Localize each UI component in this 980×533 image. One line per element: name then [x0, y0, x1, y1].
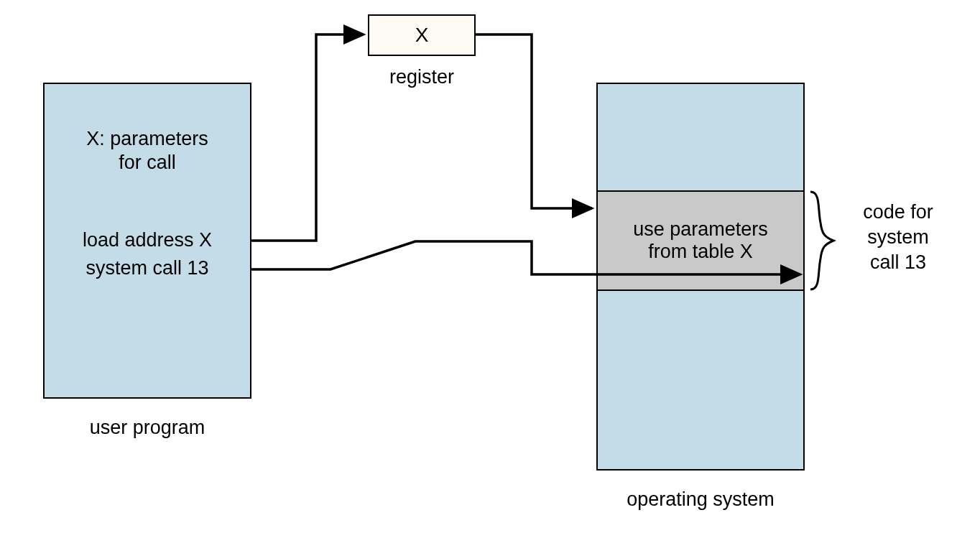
syscall-diagram: X: parameters for call load address X sy…: [0, 0, 980, 533]
code-for-syscall-line2: system: [841, 226, 956, 249]
brace-icon: [810, 192, 833, 289]
user-program-params-line1: X: parameters: [43, 128, 251, 150]
os-segment-line1: use parameters: [633, 218, 768, 241]
user-program-syscall-line: system call 13: [43, 257, 251, 279]
register-label: register: [368, 66, 476, 88]
arrow-load-to-register: [251, 34, 364, 241]
user-program-params-line2: for call: [43, 152, 251, 174]
user-program-load-line: load address X: [43, 229, 251, 251]
arrow-register-to-os: [476, 34, 592, 208]
os-segment-line2: from table X: [648, 241, 753, 263]
os-syscall-segment: use parameters from table X: [596, 190, 805, 291]
register-box: X: [368, 14, 476, 56]
code-for-syscall-line3: call 13: [841, 251, 956, 274]
user-program-label: user program: [43, 417, 251, 439]
register-value: X: [415, 24, 429, 47]
operating-system-label: operating system: [596, 488, 805, 511]
code-for-syscall-line1: code for: [841, 201, 956, 223]
